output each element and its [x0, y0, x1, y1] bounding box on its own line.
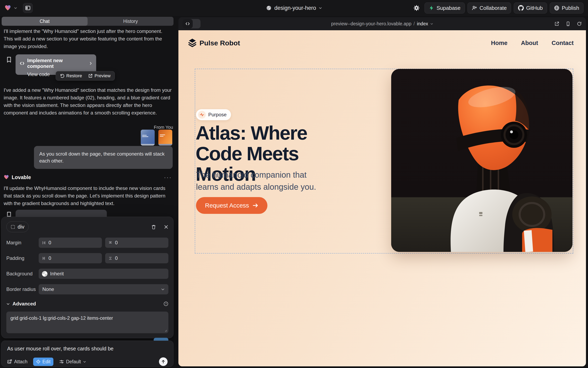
help-icon[interactable]: ?: [163, 301, 168, 306]
toggle-sidebar-button[interactable]: [23, 3, 33, 13]
preview-toolbar: preview--design-your-hero.lovable.app / …: [178, 17, 586, 30]
padding-x-value: 0: [48, 255, 51, 261]
chat-sidebar: Chat History I'll implement the "Why Hum…: [0, 16, 176, 368]
message-actions: Restore Preview: [56, 71, 115, 81]
nav-contact[interactable]: Contact: [551, 40, 574, 46]
arrow-right-icon: [252, 202, 258, 209]
padding-y-input[interactable]: 0: [105, 253, 168, 263]
background-label: Background: [6, 271, 39, 277]
tab-chat[interactable]: Chat: [2, 17, 87, 26]
border-radius-select[interactable]: None: [39, 284, 168, 294]
attach-button[interactable]: Attach: [7, 359, 28, 365]
user-message-bubble: As you scroll down the page, these compo…: [34, 146, 173, 169]
project-chevron-icon: [319, 6, 322, 9]
supabase-bolt-icon: [429, 5, 434, 11]
from-you-label: From You: [4, 125, 173, 130]
preview-url-bar[interactable]: preview--design-your-hero.lovable.app / …: [331, 21, 433, 27]
chevron-right-icon: [89, 62, 93, 65]
preview-button[interactable]: Preview: [88, 73, 111, 79]
restore-button[interactable]: Restore: [60, 73, 82, 79]
background-input[interactable]: Inherit: [39, 269, 168, 279]
collaborate-label: Collaborate: [480, 5, 507, 11]
assistant-header: Lovable ···: [4, 174, 172, 181]
selected-element-pill[interactable]: div: [6, 221, 29, 232]
project-switcher[interactable]: design-your-hero: [266, 5, 322, 11]
mobile-view-icon[interactable]: [566, 21, 571, 26]
site-nav: Home About Contact: [491, 40, 574, 46]
refresh-icon[interactable]: [577, 21, 582, 26]
border-radius-value: None: [42, 286, 54, 292]
publish-button[interactable]: Publish: [550, 2, 584, 13]
advanced-chevron-icon[interactable]: [6, 302, 10, 306]
supabase-label: Supabase: [436, 5, 461, 11]
close-panel-icon[interactable]: [164, 225, 168, 229]
edit-mode-pill[interactable]: Edit: [33, 358, 53, 366]
collaborate-button[interactable]: Collaborate: [467, 2, 511, 13]
code-preview-toggle[interactable]: [182, 19, 200, 28]
margin-y-value: 0: [115, 240, 118, 246]
tailwind-classes-textarea[interactable]: grid grid-cols-1 lg:grid-cols-2 gap-12 i…: [6, 312, 168, 333]
site-header: Pulse Robot Home About Contact: [178, 30, 586, 47]
edit-label: Edit: [42, 359, 50, 365]
bookmark-icon[interactable]: [6, 56, 12, 63]
background-value: Inherit: [50, 271, 64, 277]
gear-icon: [414, 5, 420, 11]
github-icon: [518, 5, 524, 11]
target-icon: [36, 359, 40, 364]
request-access-button[interactable]: Request Access: [196, 197, 267, 214]
restore-label: Restore: [66, 73, 82, 79]
open-in-new-tab-icon[interactable]: [554, 21, 559, 26]
settings-button[interactable]: [411, 3, 422, 13]
padding-label: Padding: [6, 255, 39, 261]
svg-text:?: ?: [165, 302, 167, 305]
padding-x-input[interactable]: 0: [39, 253, 102, 263]
chat-composer[interactable]: As user mouse roll over, these cards sho…: [1, 340, 173, 367]
preview-label: Preview: [95, 73, 111, 79]
component-card-title: Implement new component: [27, 58, 86, 69]
margin-label: Margin: [6, 240, 39, 246]
user-plus-icon: [472, 5, 477, 11]
lovable-heart-logo-icon[interactable]: [4, 5, 11, 11]
attachment-thumbnail-orange[interactable]: [158, 130, 172, 146]
code-toggle-icon: [182, 19, 193, 28]
github-button[interactable]: GitHub: [514, 2, 547, 13]
preview-page: index: [417, 21, 428, 27]
assistant-message: I've added a new "Why Humanoid" section …: [4, 86, 173, 117]
pulse-icon: [198, 111, 206, 119]
attachment-thumbnail-blue[interactable]: [141, 130, 155, 146]
delete-element-icon[interactable]: [151, 224, 156, 229]
site-logo[interactable]: Pulse Robot: [188, 38, 240, 47]
assistant-name: Lovable: [12, 175, 31, 180]
preview-host: preview--design-your-hero.lovable.app: [331, 21, 411, 27]
sidebar-tabs: Chat History: [2, 17, 173, 26]
site-viewport: Pulse Robot Home About Contact Purpose A…: [178, 30, 586, 366]
code-icon: [20, 61, 25, 66]
margin-y-input[interactable]: 0: [105, 238, 168, 248]
tab-history[interactable]: History: [87, 17, 173, 26]
send-button[interactable]: [159, 357, 168, 366]
github-label: GitHub: [526, 5, 543, 11]
workspace-chevron-icon[interactable]: [14, 6, 17, 9]
preview-panel: preview--design-your-hero.lovable.app / …: [178, 17, 586, 366]
selected-element-tag: div: [18, 224, 24, 230]
nav-about[interactable]: About: [521, 40, 538, 46]
color-swatch: [42, 271, 47, 277]
classes-value: grid grid-cols-1 lg:grid-cols-2 gap-12 i…: [10, 315, 113, 321]
message-menu-button[interactable]: ···: [164, 174, 172, 181]
assistant-message: I'll implement the "Why Humanoid" sectio…: [4, 28, 168, 50]
attach-image-icon: [7, 359, 12, 364]
margin-x-input[interactable]: 0: [39, 238, 102, 248]
composer-input[interactable]: As user mouse roll over, these cards sho…: [7, 346, 168, 352]
layers-logo-icon: [188, 38, 196, 47]
project-name: design-your-hero: [274, 5, 316, 11]
advanced-label[interactable]: Advanced: [12, 301, 36, 307]
supabase-button[interactable]: Supabase: [425, 2, 465, 13]
publish-label: Publish: [562, 5, 579, 11]
resize-handle[interactable]: [164, 329, 167, 332]
nav-home[interactable]: Home: [491, 40, 508, 46]
cta-label: Request Access: [205, 202, 249, 209]
model-selector[interactable]: Default: [59, 359, 86, 365]
page-chevron-icon: [430, 22, 433, 25]
path-separator: /: [414, 21, 415, 27]
padding-horizontal-icon: [42, 256, 46, 260]
